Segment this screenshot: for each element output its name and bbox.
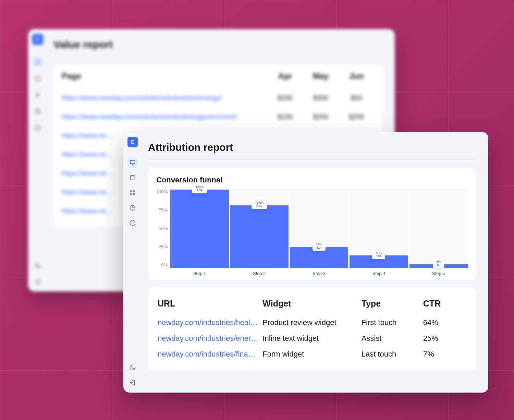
dark-mode-icon[interactable] [33, 261, 42, 270]
attr-widget: Inline text widget [262, 331, 361, 346]
table-row: https://www.newday.com/solutions/industr… [62, 107, 374, 126]
tooltip-count: 214 [316, 246, 322, 250]
col-page: Page [62, 71, 267, 88]
col-jun: Jun [339, 71, 374, 88]
svg-point-0 [35, 60, 40, 65]
x-axis-labels: Step 1Step 2Step 3Step 4Step 5 [170, 271, 468, 276]
nav-piechart-icon[interactable] [33, 107, 42, 116]
x-tick: Step 2 [230, 271, 289, 276]
chart-title: Conversion funnel [156, 176, 468, 184]
svg-rect-8 [130, 160, 135, 164]
x-tick: Step 5 [409, 271, 468, 276]
front-main-panel: Attribution report Conversion funnel 100… [142, 132, 488, 393]
attr-widget: Product review widget [262, 315, 361, 331]
attribution-table-body: newday.com/industries/healt…Product revi… [158, 315, 466, 362]
dark-mode-icon[interactable] [127, 362, 138, 373]
y-axis-labels: 100%75%50%25%0% [156, 189, 168, 268]
nav-chat-icon[interactable] [33, 123, 42, 133]
y-tick: 75% [156, 207, 168, 213]
bar-tooltip: 5%45 [433, 259, 444, 268]
page-link[interactable]: https://www.newday.com/solutions/industr… [62, 107, 267, 126]
y-tick: 50% [156, 226, 168, 231]
bar-column: 27%214 [290, 190, 348, 268]
funnel-chart-card: Conversion funnel 100%75%50%25%0% 100%2.… [148, 168, 476, 280]
chart-area: 100%2.2k79.8%1.8k27%21416%1915%45 Step 1… [170, 189, 468, 276]
nav-presentation-icon[interactable] [127, 157, 138, 168]
attr-type: Assist [362, 331, 423, 346]
page-link[interactable]: https://www.newday.com/solutions/industr… [62, 88, 267, 107]
bar-column: 16%191 [350, 190, 408, 268]
attribution-table: URL Widget Type CTR newday.com/industrie… [158, 295, 466, 362]
cell-may: $350 [303, 88, 339, 107]
attr-type: Last touch [362, 346, 423, 362]
col-type: Type [362, 295, 423, 315]
tooltip-count: 2.2k [196, 189, 204, 192]
app-logo[interactable]: E [127, 137, 138, 147]
attr-ctr: 64% [423, 315, 466, 331]
nav-piechart-icon[interactable] [127, 203, 138, 213]
nav-layout-icon[interactable] [33, 74, 42, 83]
bars-row: 100%2.2k79.8%1.8k27%21416%1915%45 [170, 189, 468, 268]
svg-rect-1 [35, 76, 40, 81]
bar[interactable] [230, 205, 289, 268]
svg-point-17 [131, 193, 132, 195]
cell-jun: $50 [339, 88, 374, 107]
bar-column: 100%2.2k [170, 190, 229, 268]
attribution-table-card: URL Widget Type CTR newday.com/industrie… [148, 287, 476, 370]
attr-ctr: 25% [423, 331, 466, 346]
attr-url[interactable]: newday.com/industries/ener… [158, 331, 262, 346]
cell-jun: $200 [339, 107, 374, 126]
chart-wrap: 100%75%50%25%0% 100%2.2k79.8%1.8k27%2141… [156, 189, 468, 276]
attr-widget: Form widget [262, 346, 361, 362]
logout-icon[interactable] [33, 277, 42, 287]
svg-point-16 [133, 191, 135, 192]
attr-url[interactable]: newday.com/industries/healt… [158, 315, 262, 331]
nav-chat-icon[interactable] [127, 218, 138, 228]
tooltip-count: 191 [376, 255, 382, 258]
col-may: May [303, 71, 339, 88]
bar-column: 5%45 [409, 190, 468, 268]
attribution-report-window: E Attribution report Conversion funnel [123, 132, 488, 393]
bar-tooltip: 79.8%1.8k [252, 200, 267, 209]
table-row: newday.com/industries/ener…Inline text w… [158, 331, 466, 346]
svg-rect-11 [130, 176, 135, 180]
y-tick: 0% [156, 262, 168, 267]
col-widget: Widget [262, 295, 361, 315]
y-tick: 25% [156, 244, 168, 249]
x-tick: Step 3 [290, 271, 348, 276]
bar[interactable] [170, 190, 229, 268]
cell-may: $250 [303, 107, 339, 126]
cell-apr: $100 [267, 107, 303, 126]
attr-ctr: 7% [423, 346, 466, 362]
x-tick: Step 4 [350, 271, 408, 276]
bar-tooltip: 27%214 [313, 242, 326, 251]
page-title: Value report [53, 39, 382, 57]
col-ctr: CTR [423, 295, 466, 315]
nav-list-icon[interactable] [33, 90, 42, 100]
svg-point-15 [131, 191, 132, 192]
sidebar-rail: E [123, 132, 142, 393]
sidebar-rail: E [28, 29, 47, 291]
logout-icon[interactable] [127, 377, 138, 388]
tooltip-count: 1.8k [255, 205, 264, 208]
nav-calendar-icon[interactable] [127, 172, 138, 183]
bar-tooltip: 16%191 [372, 251, 385, 260]
y-tick: 100% [156, 189, 168, 194]
attr-url[interactable]: newday.com/industries/finan… [158, 346, 262, 362]
attr-type: First touch [362, 315, 423, 331]
bar-tooltip: 100%2.2k [192, 184, 207, 193]
col-url: URL [158, 295, 262, 315]
nav-dashboard-icon[interactable] [33, 57, 42, 67]
table-row: https://www.newday.com/solutions/industr… [62, 88, 374, 107]
table-row: newday.com/industries/finan…Form widgetL… [158, 346, 466, 362]
svg-point-18 [133, 193, 135, 195]
page-title: Attribution report [148, 142, 476, 160]
col-apr: Apr [267, 71, 303, 88]
table-row: newday.com/industries/healt…Product revi… [158, 315, 466, 331]
bar-column: 79.8%1.8k [230, 190, 289, 268]
x-tick: Step 1 [170, 271, 229, 276]
tooltip-count: 45 [436, 264, 441, 267]
app-logo[interactable]: E [32, 34, 43, 45]
cell-apr: $200 [267, 88, 303, 107]
nav-apps-icon[interactable] [127, 188, 138, 198]
